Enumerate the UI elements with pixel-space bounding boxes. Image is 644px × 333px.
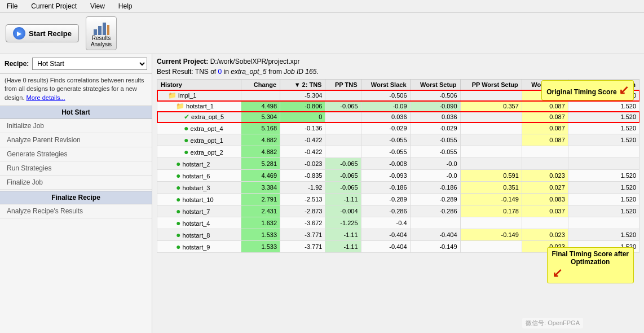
step-finalize-job[interactable]: Finalize Job: [0, 176, 152, 190]
start-recipe-label: Start Recipe: [29, 29, 72, 38]
table-cell-5: -0.286: [410, 205, 460, 217]
step-analyze-parent[interactable]: Analyze Parent Revision: [0, 133, 152, 147]
table-cell-3: -1.225: [325, 217, 361, 229]
table-cell-3: -1.11: [325, 241, 361, 253]
finalize-header: Finalize Recipe: [0, 191, 152, 204]
menu-help[interactable]: Help: [116, 1, 135, 11]
best-result-tns: TNS of 0 in extra_opt_5 from Job ID 165.: [195, 68, 319, 76]
table-cell-0: ● hotstart_10: [157, 194, 241, 205]
step-generate-strategies[interactable]: Generate Strategies: [0, 147, 152, 161]
table-row[interactable]: ● hotstart_41.632-3.672-1.225-0.4: [157, 217, 639, 229]
results-analysis-label: ResultsAnalysis: [91, 35, 112, 47]
table-cell-7: 0.087: [522, 134, 568, 146]
table-row[interactable]: ● hotstart_81.533-3.771-1.11-0.404-0.404…: [157, 229, 639, 241]
table-row[interactable]: ✔ extra_opt_55.30400.0360.0360.0871.520: [157, 112, 639, 122]
svg-rect-0: [94, 29, 97, 35]
table-cell-7: 0.023: [522, 170, 568, 182]
table-cell-3: [325, 122, 361, 134]
th-pptns[interactable]: PP TNS: [325, 80, 361, 90]
table-cell-0: 📁 hotstart_1: [157, 101, 241, 112]
table-cell-0: ● hotstart_3: [157, 182, 241, 194]
table-cell-2: -0.023: [280, 158, 325, 170]
table-cell-3: -0.065: [325, 170, 361, 182]
table-cell-1: 4.498: [241, 101, 280, 112]
table-cell-7: 0.087: [522, 122, 568, 134]
table-cell-5: -0.149: [410, 241, 460, 253]
menu-view[interactable]: View: [88, 1, 107, 11]
table-cell-3: -0.004: [325, 205, 361, 217]
th-worst-slack[interactable]: Worst Slack: [361, 80, 410, 90]
table-cell-1: [241, 90, 280, 101]
table-cell-1: 2.791: [241, 194, 280, 205]
current-project-path: D:/work/SobelXPR/project.xpr: [210, 58, 300, 65]
table-cell-7: 0.037: [522, 205, 568, 217]
table-cell-5: 0.036: [410, 112, 460, 122]
table-cell-0: ● extra_opt_4: [157, 122, 241, 134]
table-cell-6: [460, 134, 522, 146]
table-cell-7: 0.027: [522, 182, 568, 194]
table-row[interactable]: ● hotstart_102.791-2.513-1.11-0.289-0.28…: [157, 194, 639, 205]
table-cell-4: -0.055: [361, 134, 410, 146]
left-panel: Recipe: Hot Start (Have 0 results) Finds…: [0, 54, 152, 333]
table-row[interactable]: ● hotstart_72.431-2.873-0.004-0.286-0.28…: [157, 205, 639, 217]
table-cell-1: 1.533: [241, 229, 280, 241]
table-cell-0: ✔ extra_opt_5: [157, 112, 241, 122]
table-cell-5: -0.186: [410, 182, 460, 194]
table-cell-0: ● hotstart_6: [157, 170, 241, 182]
table-cell-1: 1.632: [241, 217, 280, 229]
table-cell-1: 5.281: [241, 158, 280, 170]
project-info: Current Project: D:/work/SobelXPR/projec…: [157, 58, 639, 65]
table-cell-7: 0.087: [522, 101, 568, 112]
table-row[interactable]: ● hotstart_33.384-1.92-0.065-0.186-0.186…: [157, 182, 639, 194]
table-cell-3: -0.065: [325, 158, 361, 170]
watermark: 微信号: OpenFPGA: [522, 318, 583, 328]
table-cell-7: 0.023: [522, 229, 568, 241]
table-cell-6: [460, 217, 522, 229]
table-cell-3: -1.11: [325, 194, 361, 205]
table-cell-5: -0.404: [410, 229, 460, 241]
table-row[interactable]: ● extra_opt_24.882-0.422-0.055-0.055: [157, 146, 639, 158]
th-tns[interactable]: ▼ 2: TNS: [280, 80, 325, 90]
th-history[interactable]: History: [157, 80, 241, 90]
table-row[interactable]: 📁 hotstart_14.498-0.806-0.065-0.09-0.090…: [157, 101, 639, 112]
more-details-link[interactable]: More details...: [27, 94, 65, 101]
start-recipe-button[interactable]: ▶ Start Recipe: [6, 24, 79, 42]
table-cell-6: [460, 158, 522, 170]
menu-current-project[interactable]: Current Project: [29, 1, 79, 11]
th-pp-worst-setup[interactable]: PP Worst Setup: [460, 80, 522, 90]
table-row[interactable]: ● hotstart_64.469-0.835-0.065-0.093-0.00…: [157, 170, 639, 182]
table-cell-8: 1.520: [568, 134, 639, 146]
table-cell-8: 1.520: [568, 205, 639, 217]
table-cell-2: -3.672: [280, 217, 325, 229]
th-change[interactable]: Change: [241, 80, 280, 90]
table-cell-7: 0.083: [522, 194, 568, 205]
table-cell-0: ● hotstart_8: [157, 229, 241, 241]
best-result-link[interactable]: 0: [218, 68, 222, 76]
step-run-strategies[interactable]: Run Strategies: [0, 161, 152, 176]
results-icon: [92, 19, 111, 35]
hot-start-header: Hot Start: [0, 106, 152, 119]
table-cell-4: -0.286: [361, 205, 410, 217]
table-container[interactable]: Original Timing Score ↙ Final Timing Sco…: [157, 79, 639, 333]
results-analysis-button[interactable]: ResultsAnalysis: [86, 16, 117, 50]
recipe-select[interactable]: Hot Start: [32, 58, 147, 70]
table-row[interactable]: ● hotstart_25.281-0.023-0.065-0.008-0.0: [157, 158, 639, 170]
table-cell-0: 📁 impl_1: [157, 90, 241, 101]
table-cell-1: 4.882: [241, 146, 280, 158]
table-cell-8: 1.520: [568, 170, 639, 182]
table-row[interactable]: ● extra_opt_45.168-0.136-0.029-0.0290.08…: [157, 122, 639, 134]
table-cell-3: -0.065: [325, 101, 361, 112]
best-result-label: Best Result:: [157, 68, 193, 76]
step-initialize-job[interactable]: Initialize Job: [0, 119, 152, 133]
table-cell-6: [460, 90, 522, 101]
th-worst-setup[interactable]: Worst Setup: [410, 80, 460, 90]
step-analyze-recipe[interactable]: Analyze Recipe's Results: [0, 204, 152, 218]
table-cell-6: -0.149: [460, 194, 522, 205]
table-row[interactable]: ● extra_opt_14.882-0.422-0.055-0.0550.08…: [157, 134, 639, 146]
table-cell-3: [325, 146, 361, 158]
table-cell-6: [460, 241, 522, 253]
table-cell-5: -0.029: [410, 122, 460, 134]
table-cell-5: -0.055: [410, 146, 460, 158]
table-cell-6: 0.178: [460, 205, 522, 217]
menu-file[interactable]: File: [5, 1, 20, 11]
